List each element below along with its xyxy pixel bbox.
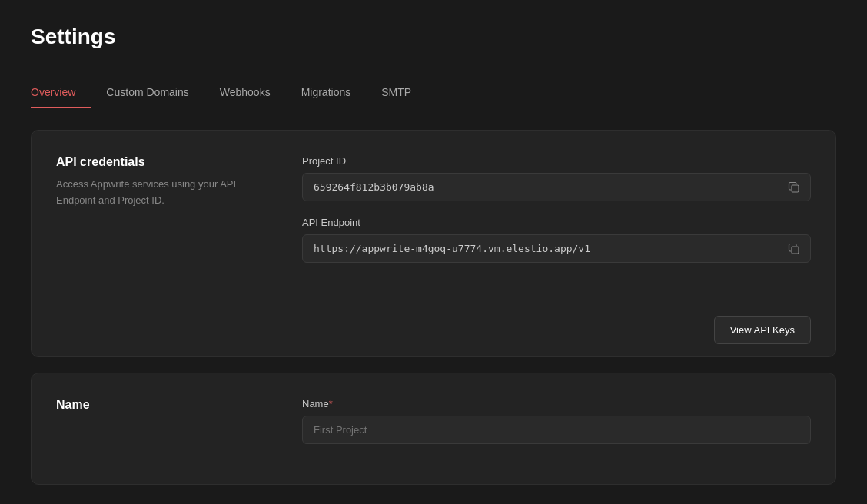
api-endpoint-field-group: API Endpoint <box>302 217 811 263</box>
copy-project-id-button[interactable] <box>785 178 803 197</box>
page-container: Settings Overview Custom Domains Webhook… <box>0 0 867 504</box>
name-card: Name Name* <box>31 373 836 485</box>
required-star: * <box>329 398 333 410</box>
api-credentials-card: API credentials Access Appwrite services… <box>31 130 836 357</box>
api-credentials-body: API credentials Access Appwrite services… <box>32 131 835 303</box>
page-title: Settings <box>31 25 836 49</box>
api-credentials-right: Project ID API Endpoint <box>302 155 811 278</box>
name-card-left: Name <box>56 398 271 419</box>
name-card-right: Name* <box>302 398 811 459</box>
project-id-input-wrapper <box>302 173 811 201</box>
name-input[interactable] <box>302 416 811 444</box>
name-field-label: Name* <box>302 398 811 410</box>
api-endpoint-input[interactable] <box>302 234 811 263</box>
project-id-input[interactable] <box>302 173 811 201</box>
tab-overview[interactable]: Overview <box>31 77 91 108</box>
tabs-container: Overview Custom Domains Webhooks Migrati… <box>31 77 836 108</box>
api-credentials-left: API credentials Access Appwrite services… <box>56 155 271 278</box>
name-card-body: Name Name* <box>32 373 835 484</box>
svg-rect-0 <box>792 185 799 192</box>
view-api-keys-button[interactable]: View API Keys <box>714 316 811 344</box>
name-field-group: Name* <box>302 398 811 444</box>
api-endpoint-input-wrapper <box>302 234 811 263</box>
project-id-label: Project ID <box>302 155 811 167</box>
copy-icon <box>788 181 800 194</box>
tab-custom-domains[interactable]: Custom Domains <box>91 77 204 108</box>
content-area: API credentials Access Appwrite services… <box>31 108 836 504</box>
copy-icon <box>788 243 800 255</box>
svg-rect-1 <box>792 247 799 254</box>
api-credentials-footer: View API Keys <box>32 303 835 356</box>
tab-smtp[interactable]: SMTP <box>366 77 427 108</box>
tab-migrations[interactable]: Migrations <box>286 77 367 108</box>
tab-webhooks[interactable]: Webhooks <box>204 77 286 108</box>
api-endpoint-label: API Endpoint <box>302 217 811 228</box>
name-section-title: Name <box>56 398 271 412</box>
project-id-field-group: Project ID <box>302 155 811 201</box>
api-credentials-desc: Access Appwrite services using your API … <box>56 177 271 209</box>
api-credentials-title: API credentials <box>56 155 271 169</box>
copy-api-endpoint-button[interactable] <box>785 240 803 258</box>
